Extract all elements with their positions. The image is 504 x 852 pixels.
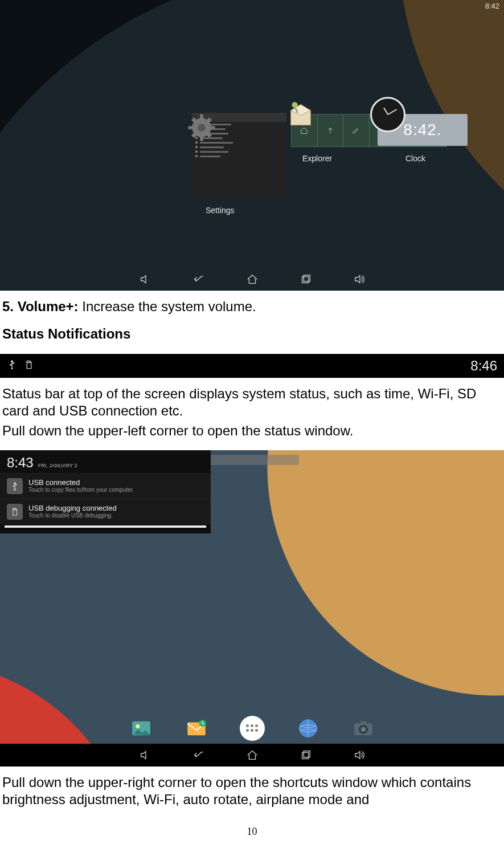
gallery-app-icon[interactable] [129, 716, 153, 740]
sd-card-icon [7, 504, 23, 520]
back-icon[interactable] [192, 748, 206, 762]
volume-up-icon[interactable] [353, 272, 366, 286]
notification-sub: Touch to copy files to/from your compute… [28, 487, 134, 493]
usb-icon [7, 357, 17, 374]
navigation-bar [0, 268, 504, 291]
svg-point-2 [198, 124, 205, 131]
home-icon[interactable] [245, 748, 259, 762]
doc-text-block-2: Status bar at top of the screen displays… [0, 378, 504, 447]
status-bar: 8:42 [0, 0, 504, 11]
status-bar-screenshot: 8:46 [0, 354, 504, 378]
svg-point-16 [14, 489, 15, 490]
sd-card-icon [24, 358, 34, 374]
svg-rect-27 [302, 752, 308, 759]
drawer-time: 8:43 [7, 455, 34, 471]
all-apps-button[interactable] [240, 716, 265, 741]
pulldown-right-desc: Pull down the upper-right corner to open… [2, 774, 502, 808]
notification-title: USB debugging connected [28, 504, 117, 512]
status-notifications-heading: Status Notifications [2, 325, 502, 343]
svg-point-18 [136, 724, 140, 728]
svg-rect-5 [188, 126, 192, 129]
svg-rect-6 [211, 126, 215, 129]
pulldown-left-desc: Pull down the upper-left corner to open … [2, 422, 502, 439]
email-app-icon[interactable] [185, 716, 208, 740]
page-number: 10 [0, 826, 504, 838]
svg-point-25 [360, 727, 366, 732]
recent-apps-icon[interactable] [299, 272, 313, 286]
settings-label: Settings [206, 206, 235, 215]
svg-rect-26 [360, 721, 366, 724]
box-package-icon[interactable] [286, 98, 315, 128]
status-time: 8:46 [470, 358, 497, 374]
gear-icon[interactable] [186, 112, 218, 144]
notification-usb-debugging[interactable]: USB debugging connected Touch to disable… [0, 499, 211, 524]
notification-drawer-screenshot: 8:43 FRI, JANUARY 2 USB connected Touch … [0, 450, 504, 767]
svg-rect-4 [200, 137, 203, 141]
svg-rect-3 [200, 114, 203, 119]
back-icon[interactable] [192, 272, 206, 286]
drawer-grab-edge[interactable] [5, 525, 206, 528]
volume-plus-desc: Increase the system volume. [82, 299, 256, 314]
status-time: 8:42 [485, 2, 499, 10]
analog-clock-icon[interactable] [370, 97, 405, 132]
doc-text-block-3: Pull down the upper-right corner to open… [0, 767, 504, 816]
notification-usb-connected[interactable]: USB connected Touch to copy files to/fro… [0, 473, 211, 499]
clock-label: Clock [405, 154, 425, 163]
recent-apps-icon[interactable] [299, 748, 313, 762]
home-screen-screenshot: 8:42 Settings Explorer 8:42. Clock [0, 0, 504, 291]
svg-rect-14 [304, 275, 310, 282]
usb-icon [7, 478, 23, 494]
dock [0, 712, 504, 744]
explorer-up-icon[interactable] [318, 115, 344, 146]
drawer-date: FRI, JANUARY 2 [38, 463, 77, 468]
doc-text-block-1: 5. Volume+: Increase the system volume. … [0, 291, 504, 354]
explorer-edit-icon[interactable] [343, 115, 370, 146]
browser-app-icon[interactable] [296, 716, 320, 740]
volume-down-icon[interactable] [138, 272, 152, 286]
svg-rect-28 [304, 751, 310, 757]
svg-rect-13 [302, 276, 308, 283]
statusbar-desc: Status bar at top of the screen displays… [2, 385, 502, 419]
navigation-bar [0, 744, 504, 767]
volume-down-icon[interactable] [138, 748, 152, 762]
notification-title: USB connected [28, 478, 134, 487]
camera-app-icon[interactable] [351, 716, 375, 740]
home-icon[interactable] [245, 272, 259, 286]
notification-sub: Touch to disable USB debugging. [28, 512, 117, 519]
volume-plus-label: 5. Volume+: [2, 299, 82, 314]
notification-drawer: 8:43 FRI, JANUARY 2 USB connected Touch … [0, 450, 211, 533]
svg-point-15 [11, 368, 13, 369]
clock-widget-time: 8:42. [403, 121, 441, 139]
volume-up-icon[interactable] [353, 748, 366, 762]
explorer-label: Explorer [302, 154, 332, 163]
svg-point-12 [292, 102, 297, 108]
